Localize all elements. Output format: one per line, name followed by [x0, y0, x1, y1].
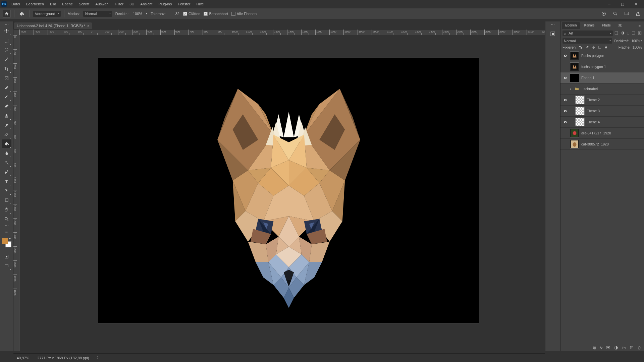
mask-icon[interactable]	[606, 346, 610, 350]
tab-pfade[interactable]: Pfade	[599, 22, 614, 29]
layer-thumbnail[interactable]	[570, 140, 579, 148]
eyedropper-tool[interactable]	[2, 83, 11, 92]
hand-tool[interactable]	[2, 205, 11, 214]
share-icon[interactable]	[635, 10, 641, 17]
dock-panel-icon[interactable]	[548, 29, 558, 38]
marquee-tool[interactable]	[2, 36, 11, 45]
grip-icon[interactable]	[551, 24, 554, 25]
search-icon[interactable]	[612, 10, 619, 17]
tool-preset-picker[interactable]	[18, 10, 26, 18]
path-select-tool[interactable]	[2, 186, 11, 195]
tolerance-field[interactable]: 32	[169, 11, 180, 16]
lock-artboard-icon[interactable]	[598, 45, 602, 49]
filter-adjust-icon[interactable]	[621, 31, 625, 36]
group-icon[interactable]	[622, 346, 626, 350]
filter-shape-icon[interactable]	[631, 31, 636, 36]
swap-colors-icon[interactable]: ⇄	[9, 238, 11, 240]
tab-ebenen[interactable]: Ebenen	[562, 22, 580, 29]
quickmask-button[interactable]	[2, 252, 11, 261]
layer-thumbnail[interactable]	[570, 73, 579, 82]
crop-tool[interactable]	[2, 64, 11, 73]
menu-ansicht[interactable]: Ansicht	[138, 1, 155, 7]
layer-thumbnail[interactable]	[575, 96, 585, 104]
layer-row[interactable]: fuchs polygon 1	[560, 61, 644, 72]
contiguous-checkbox[interactable]: ✓Benachbart	[204, 12, 228, 16]
fx-icon[interactable]: fx	[599, 346, 602, 350]
zoom-tool[interactable]	[2, 215, 11, 223]
edit-toolbar[interactable]: ⋯	[2, 228, 11, 237]
menu-bearbeiten[interactable]: Bearbeiten	[23, 1, 47, 7]
document-tab[interactable]: Unbenannt-2 bei 41% (Ebene 1, RGB/8) * ×	[14, 22, 92, 29]
layer-row[interactable]: Ebene 2	[560, 95, 644, 106]
visibility-toggle[interactable]	[560, 98, 570, 102]
link-layers-icon[interactable]: ⛓	[592, 346, 596, 350]
layer-name[interactable]: schnabel	[582, 87, 598, 91]
cloud-docs-icon[interactable]	[600, 10, 607, 17]
layer-name[interactable]: Ebene 4	[585, 120, 600, 124]
layer-thumbnail[interactable]	[572, 84, 582, 93]
visibility-toggle[interactable]	[560, 54, 570, 58]
menu-ebene[interactable]: Ebene	[59, 1, 75, 7]
minimize-button[interactable]: ─	[602, 0, 616, 8]
menu-plugins[interactable]: Plug-ins	[156, 1, 174, 7]
color-swatches[interactable]: ⇄	[2, 238, 11, 247]
screenmode-button[interactable]	[2, 261, 11, 270]
menu-hilfe[interactable]: Hilfe	[194, 1, 206, 7]
visibility-toggle[interactable]	[560, 109, 570, 113]
blend-mode-dropdown[interactable]: Normal	[83, 11, 112, 17]
filter-smart-icon[interactable]	[638, 31, 642, 36]
workspace-icon[interactable]	[623, 10, 630, 17]
layer-name[interactable]: Fuchs polygon	[579, 54, 604, 58]
tab-kanaele[interactable]: Kanäle	[581, 22, 598, 29]
adjustment-icon[interactable]	[614, 346, 618, 350]
dodge-tool[interactable]	[2, 158, 11, 167]
layer-name[interactable]: fuchs polygon 1	[579, 65, 606, 69]
type-tool[interactable]	[2, 177, 11, 186]
ruler-origin[interactable]	[13, 29, 19, 35]
grip-icon[interactable]	[5, 24, 8, 25]
menu-filter[interactable]: Filter	[113, 1, 126, 7]
wand-tool[interactable]	[2, 55, 11, 64]
home-button[interactable]	[3, 10, 11, 18]
antialias-checkbox[interactable]: ✓Glätten	[183, 12, 200, 16]
doc-info-chevron-icon[interactable]: 〉	[97, 356, 100, 360]
menu-schrift[interactable]: Schrift	[76, 1, 92, 7]
layer-name[interactable]: cat-300572_1920	[579, 142, 609, 146]
filter-pixel-icon[interactable]	[614, 31, 619, 36]
layer-row[interactable]: Ebene 1	[560, 72, 644, 83]
zoom-level[interactable]: 40,97%	[17, 356, 29, 360]
layer-thumbnail[interactable]	[575, 107, 585, 115]
close-tab-icon[interactable]: ×	[87, 24, 89, 28]
visibility-toggle[interactable]	[560, 76, 570, 80]
lasso-tool[interactable]	[2, 46, 11, 54]
document-canvas[interactable]	[98, 58, 479, 323]
layer-row[interactable]: Ebene 4	[560, 117, 644, 128]
history-brush-tool[interactable]	[2, 121, 11, 129]
layer-name[interactable]: ara-3417217_1920	[579, 131, 611, 135]
layer-row[interactable]: ▸schnabel	[560, 83, 644, 95]
visibility-toggle[interactable]	[560, 120, 570, 124]
doc-info[interactable]: 2771 Px x 1869 Px (182,88 ppi)	[37, 356, 89, 360]
menu-datei[interactable]: Datei	[9, 1, 23, 7]
brush-tool[interactable]	[2, 102, 11, 111]
fill-source-dropdown[interactable]: Vordergrund	[33, 11, 61, 17]
canvas-viewport[interactable]	[19, 35, 545, 351]
lock-all-icon[interactable]	[604, 45, 608, 49]
stamp-tool[interactable]	[2, 111, 11, 120]
layer-opacity-field[interactable]: 100%	[631, 39, 642, 43]
layer-name[interactable]: Ebene 1	[579, 76, 594, 80]
layer-row[interactable]: Fuchs polygon	[560, 50, 644, 61]
pen-tool[interactable]	[2, 168, 11, 176]
ruler-horizontal[interactable]: -500-400-300-200-10001002003004005006007…	[19, 29, 545, 35]
filter-type-icon[interactable]: T	[627, 31, 629, 36]
blur-tool[interactable]	[2, 149, 11, 158]
layer-row[interactable]: cat-300572_1920	[560, 139, 644, 150]
menu-auswahl[interactable]: Auswahl	[93, 1, 112, 7]
frame-tool[interactable]	[2, 74, 11, 82]
bucket-tool[interactable]	[2, 139, 11, 148]
opacity-field[interactable]: 100%	[132, 11, 143, 16]
menu-bild[interactable]: Bild	[47, 1, 59, 7]
layer-fill-field[interactable]: 100%	[633, 45, 642, 49]
layer-row[interactable]: ara-3417217_1920	[560, 128, 644, 139]
foreground-swatch[interactable]	[2, 238, 8, 244]
